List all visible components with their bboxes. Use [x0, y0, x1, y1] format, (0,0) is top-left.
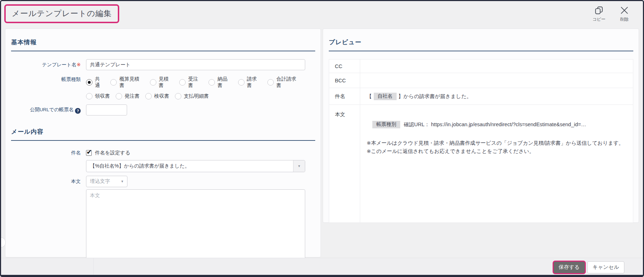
document-type-options-row2: 領収書 発注書 検収書 支払明細書 — [86, 93, 305, 99]
public-url-name-input[interactable] — [86, 104, 127, 116]
public-url-name-label: 公開URLでの帳票名? — [11, 106, 86, 114]
document-type-badge: 帳票種別 — [372, 121, 400, 128]
chevron-down-icon: ▼ — [298, 164, 301, 168]
footer-bar: 保存する キャンセル — [1, 258, 643, 275]
radio-icon — [116, 93, 122, 99]
mail-template-edit-page: メールテンプレートの編集 コピー 削除 基本情報 — [0, 0, 644, 277]
preview-cc-label: CC — [329, 60, 360, 73]
preview-row-body: 本文 帳票種別 確認URL： https://in.jobcan.jp/esau… — [329, 105, 633, 222]
radio-icon — [267, 79, 274, 86]
chevron-down-icon: ▼ — [121, 180, 124, 183]
preview-note-2: ※このメールに返信されてもお応えできませんことをご了承ください。 — [367, 147, 633, 155]
body-label: 本文 — [11, 176, 86, 187]
radio-icon — [145, 93, 152, 99]
delete-button[interactable]: 削除 — [620, 6, 629, 22]
copy-icon — [594, 6, 604, 15]
preview-bcc-label: BCC — [329, 73, 360, 88]
required-mark: ※ — [77, 62, 81, 67]
header-actions: コピー 削除 — [592, 6, 629, 22]
preview-row-subject: 件名 【自社名】からの請求書が届きました。 — [329, 88, 633, 105]
copy-button[interactable]: コピー — [592, 6, 605, 22]
radio-icon — [179, 79, 186, 86]
preview-row-bcc: BCC — [329, 73, 633, 88]
template-name-input[interactable] — [86, 59, 305, 70]
template-name-row: テンプレート名※ — [11, 59, 315, 70]
cancel-button[interactable]: キャンセル — [587, 261, 624, 273]
subject-checkbox-row: 件名 ✔ 件名を設定する — [11, 149, 315, 157]
radio-receipt[interactable]: 領収書 — [86, 93, 110, 99]
basic-info-heading: 基本情報 — [11, 29, 315, 51]
preview-row-cc: CC — [329, 60, 633, 73]
edit-form-panel: 基本情報 テンプレート名※ 帳票種類 共通 概算見積書 見積書 受注書 納品書 … — [5, 29, 321, 257]
subject-combobox: ▼ — [86, 160, 305, 172]
document-type-row: 帳票種類 共通 概算見積書 見積書 受注書 納品書 請求書 合計請求書 領収書 … — [11, 76, 315, 99]
preview-table: CC BCC 件名 【自社名】からの請求書が届きました。 本文 帳票種別 確認U… — [329, 59, 633, 223]
company-name-badge: 自社名 — [374, 93, 397, 100]
template-name-label: テンプレート名※ — [11, 61, 86, 68]
radio-icon — [86, 79, 92, 86]
radio-icon — [175, 93, 181, 99]
radio-icon — [150, 79, 156, 86]
footer-divider — [93, 258, 94, 275]
document-type-label: 帳票種類 — [11, 76, 86, 83]
delete-label: 削除 — [620, 16, 629, 22]
save-button[interactable]: 保存する — [554, 262, 585, 273]
radio-order[interactable]: 受注書 — [179, 76, 203, 89]
radio-icon — [238, 79, 245, 86]
body-row: 本文 埋込文字 ▼ — [11, 176, 315, 262]
radio-total-invoice[interactable]: 合計請求書 — [267, 76, 301, 89]
preview-body-label: 本文 — [329, 105, 360, 222]
radio-icon — [86, 93, 92, 99]
preview-subject-label: 件名 — [329, 88, 360, 104]
checkbox-checked-icon: ✔ — [86, 150, 92, 156]
close-icon — [620, 6, 629, 15]
copy-label: コピー — [592, 16, 605, 22]
radio-common[interactable]: 共通 — [86, 76, 105, 89]
confirm-url-text: 確認URL： https://in.jobcan.jp/esauth/nredi… — [404, 121, 586, 128]
help-icon[interactable]: ? — [75, 108, 81, 114]
preview-note-1: ※本メールはクラウド見積・請求・納品書作成サービスの「ジョブカン見積/請求書」か… — [367, 139, 633, 147]
preview-cc-value — [360, 60, 633, 73]
subject-dropdown-button[interactable]: ▼ — [293, 160, 305, 172]
radio-icon — [110, 79, 117, 86]
radio-payment-detail[interactable]: 支払明細書 — [175, 93, 209, 99]
radio-delivery[interactable]: 納品書 — [208, 76, 232, 89]
radio-invoice[interactable]: 請求書 — [238, 76, 262, 89]
subject-enable-checkbox[interactable]: ✔ 件名を設定する — [86, 150, 305, 156]
subject-input[interactable] — [86, 160, 305, 172]
preview-body-value: 帳票種別 確認URL： https://in.jobcan.jp/esauth/… — [360, 105, 633, 222]
mail-content-heading: メール内容 — [11, 118, 315, 141]
public-url-name-row: 公開URLでの帳票名? — [11, 104, 315, 116]
radio-rough-estimate[interactable]: 概算見積書 — [110, 76, 144, 89]
embed-text-select[interactable]: 埋込文字 ▼ — [86, 176, 127, 187]
radio-icon — [208, 79, 215, 86]
page-title: メールテンプレートの編集 — [4, 4, 119, 23]
preview-heading: プレビュー — [329, 29, 633, 51]
body-textarea[interactable] — [86, 189, 305, 261]
preview-panel: プレビュー CC BCC 件名 【自社名】からの請求書が届きました。 本文 — [323, 29, 639, 223]
preview-bcc-value — [360, 73, 633, 88]
preview-subject-value: 【自社名】からの請求書が届きました。 — [360, 88, 633, 104]
document-type-options-row1: 共通 概算見積書 見積書 受注書 納品書 請求書 合計請求書 — [86, 76, 305, 89]
radio-inspection[interactable]: 検収書 — [145, 93, 169, 99]
radio-purchase-order[interactable]: 発注書 — [116, 93, 140, 99]
subject-label: 件名 — [11, 149, 86, 157]
radio-estimate[interactable]: 見積書 — [150, 76, 173, 89]
subject-value-row: ▼ — [11, 160, 315, 172]
